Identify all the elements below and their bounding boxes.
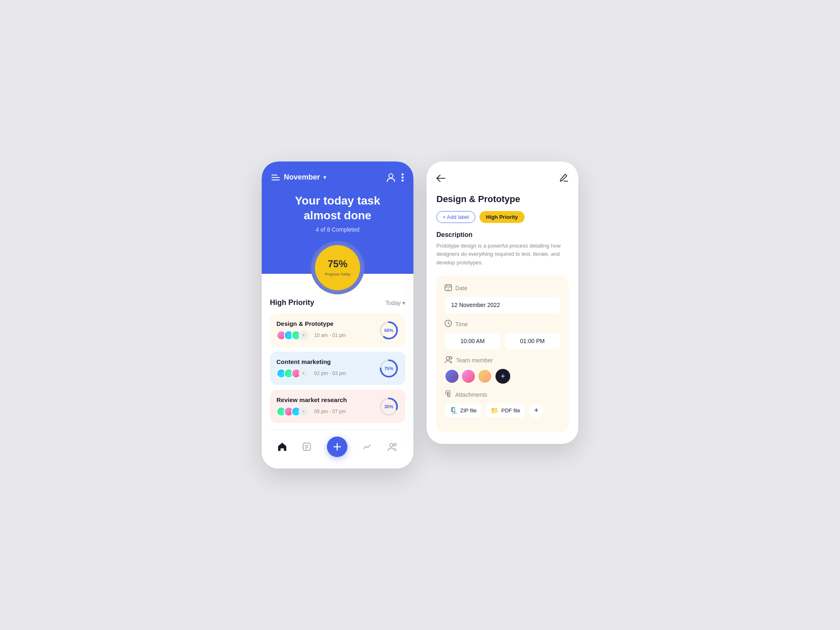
task-avatars-1: + xyxy=(276,330,306,340)
bottom-nav xyxy=(270,430,405,460)
task-info-2: Content marketing + 02 pm - 03 pm xyxy=(276,358,379,378)
date-row: 8 Date 12 November 2022 xyxy=(445,284,560,313)
clock-icon xyxy=(445,320,452,329)
section-header: High Priority Today ▾ xyxy=(270,298,405,307)
attachment-icon xyxy=(445,390,452,399)
circle-progress-3: 30% xyxy=(379,397,399,416)
more-icon-button[interactable] xyxy=(402,173,404,182)
circle-label-3: 30% xyxy=(384,404,393,409)
task-name-3: Review market research xyxy=(276,396,379,403)
progress-circle: 75% Progress Today xyxy=(315,245,360,290)
section-title: High Priority xyxy=(270,298,314,307)
header-nav: November ▼ xyxy=(272,173,404,182)
tags-row: + Add label High Priority xyxy=(436,211,568,223)
pdf-file-button[interactable]: 📁 PDF file xyxy=(486,403,525,418)
add-attachment-button[interactable]: + xyxy=(529,404,543,418)
nav-home[interactable] xyxy=(278,442,287,451)
svg-point-16 xyxy=(390,444,393,447)
hamburger-icon[interactable] xyxy=(272,175,280,180)
add-team-member-button[interactable]: + xyxy=(495,369,510,384)
progress-bubble-wrapper: 75% Progress Today xyxy=(272,241,404,294)
edit-icon xyxy=(559,173,568,182)
task-info-3: Review market research + 05 pm - 07 pm xyxy=(276,396,379,416)
time-label: Time xyxy=(455,321,468,328)
zip-icon: 🗜️ xyxy=(450,407,458,414)
user-icon-button[interactable] xyxy=(387,173,395,182)
detail-card: 8 Date 12 November 2022 xyxy=(436,275,568,432)
header-right xyxy=(387,173,404,182)
nav-list[interactable] xyxy=(302,442,311,451)
progress-percent: 75% xyxy=(325,258,350,270)
team-row: Team member + xyxy=(445,356,560,384)
circle-progress-1: 60% xyxy=(379,321,399,340)
nav-team[interactable] xyxy=(388,442,397,451)
task-card-3[interactable]: Review market research + 05 pm - 07 pm xyxy=(270,390,405,423)
task-avatars-2: + xyxy=(276,368,306,378)
time-start-input[interactable]: 10:00 AM xyxy=(445,333,500,349)
back-button[interactable] xyxy=(436,175,445,182)
calendar-icon: 8 xyxy=(445,284,452,293)
team-avatar-2 xyxy=(461,369,476,384)
team-member-icon xyxy=(445,356,453,365)
phone-body: High Priority Today ▾ Design & Prototype xyxy=(262,274,413,469)
progress-bubble-bg: 75% Progress Today xyxy=(311,241,364,294)
month-title[interactable]: November ▼ xyxy=(284,173,327,182)
task-meta-1: + 10 am - 01 pm xyxy=(276,330,379,340)
filter-button[interactable]: Today ▾ xyxy=(386,300,405,306)
hero-text: Your today task almost done 4 of 8 Compl… xyxy=(272,193,404,241)
circle-label-2: 75% xyxy=(384,366,393,371)
avatar-plus[interactable]: + xyxy=(299,407,308,416)
zip-file-button[interactable]: 🗜️ ZIP file xyxy=(445,403,482,418)
month-label: November xyxy=(284,173,320,182)
edit-button[interactable] xyxy=(559,173,568,184)
task-name-1: Design & Prototype xyxy=(276,320,379,327)
task-time-3: 05 pm - 07 pm xyxy=(314,409,346,414)
date-row-header: 8 Date xyxy=(445,284,560,293)
list-icon xyxy=(302,442,311,451)
svg-point-2 xyxy=(402,176,404,178)
description-label: Description xyxy=(436,231,568,239)
task-info-1: Design & Prototype + 10 am - 01 pm xyxy=(276,320,379,340)
team-icon xyxy=(388,442,397,451)
attachments-row: Attachments 🗜️ ZIP file 📁 PDF file + xyxy=(445,390,560,418)
svg-point-26 xyxy=(450,357,452,359)
home-icon xyxy=(278,442,287,451)
team-row-header: Team member xyxy=(445,356,560,365)
svg-point-0 xyxy=(389,174,393,178)
high-priority-tag[interactable]: High Priority xyxy=(479,211,525,223)
hero-subtitle: 4 of 8 Completed xyxy=(272,226,404,233)
task-avatars-3: + xyxy=(276,407,306,416)
add-label-button[interactable]: + Add label xyxy=(436,211,475,223)
task-card-1[interactable]: Design & Prototype + 10 am - 01 pm xyxy=(270,314,405,347)
time-end-input[interactable]: 01:00 PM xyxy=(504,333,560,349)
svg-point-1 xyxy=(402,173,404,175)
back-arrow-icon xyxy=(436,175,445,182)
hero-title: Your today task almost done xyxy=(272,193,404,223)
progress-text: 75% Progress Today xyxy=(325,258,350,277)
attachments-row-header: Attachments xyxy=(445,390,560,399)
task-meta-2: + 02 pm - 03 pm xyxy=(276,368,379,378)
team-label: Team member xyxy=(456,357,493,364)
chart-icon xyxy=(363,442,372,451)
nav-chart[interactable] xyxy=(363,442,372,451)
task-name-2: Content marketing xyxy=(276,358,379,365)
task-meta-3: + 05 pm - 07 pm xyxy=(276,407,379,416)
detail-header xyxy=(436,173,568,184)
pdf-icon: 📁 xyxy=(491,407,499,414)
task-time-1: 10 am - 01 pm xyxy=(314,332,346,338)
avatar-plus[interactable]: + xyxy=(299,368,308,378)
svg-point-3 xyxy=(402,180,404,182)
description-text: Prototype design is a powerful process d… xyxy=(436,242,568,267)
team-avatars: + xyxy=(445,369,560,384)
phone-right: Design & Prototype + Add label High Prio… xyxy=(427,161,578,444)
nav-add-button[interactable] xyxy=(327,437,347,457)
team-avatar-3 xyxy=(477,369,492,384)
time-row-section: Time 10:00 AM 01:00 PM xyxy=(445,320,560,349)
screens-container: November ▼ xyxy=(262,161,578,469)
task-card-2[interactable]: Content marketing + 02 pm - 03 pm xyxy=(270,352,405,385)
avatar-plus[interactable]: + xyxy=(299,330,308,340)
circle-progress-2: 75% xyxy=(379,359,399,378)
date-input[interactable]: 12 November 2022 xyxy=(445,297,560,313)
progress-label: Progress Today xyxy=(325,272,350,276)
svg-point-17 xyxy=(394,444,396,446)
